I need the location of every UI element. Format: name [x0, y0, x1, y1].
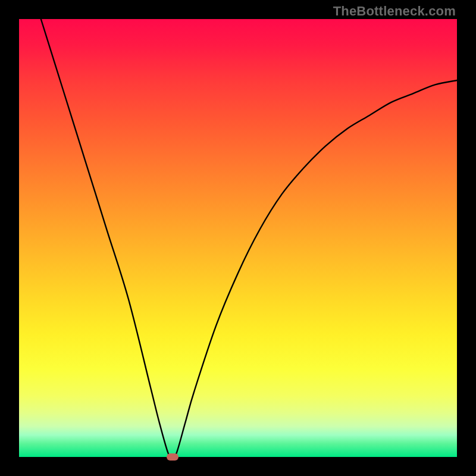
bottleneck-curve	[19, 19, 457, 457]
chart-frame: TheBottleneck.com	[0, 0, 476, 476]
optimal-marker	[167, 453, 178, 461]
watermark-text: TheBottleneck.com	[333, 4, 456, 19]
